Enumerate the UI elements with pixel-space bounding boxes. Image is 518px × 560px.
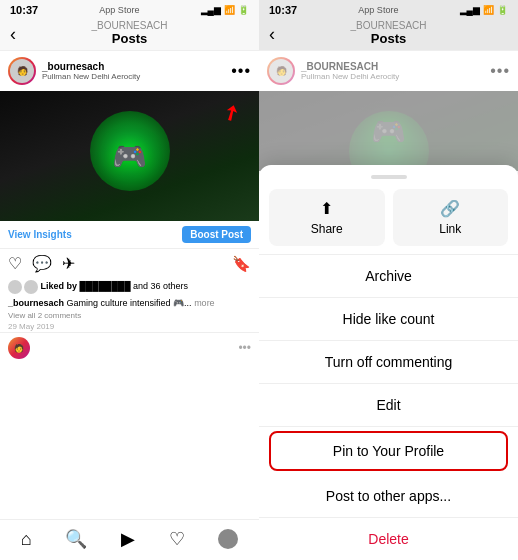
post-to-other-apps-menu-item[interactable]: Post to other apps...	[259, 475, 518, 517]
wifi-icon-r: 📶	[483, 5, 494, 15]
hide-like-count-menu-item[interactable]: Hide like count	[259, 298, 518, 340]
view-comments[interactable]: View all 2 comments	[0, 310, 259, 321]
caption-text: Gaming culture intensified 🎮...	[67, 298, 192, 308]
battery-icon: 🔋	[238, 5, 249, 15]
post-date: 29 May 2019	[0, 321, 259, 332]
bottom-nav: ⌂ 🔍 ▶ ♡	[0, 519, 259, 560]
page-header-left: ‹ _BOURNESACH Posts	[0, 18, 259, 51]
likes-others: and 36 others	[133, 281, 188, 291]
likes-row: Liked by ████████ and 36 others	[0, 278, 259, 296]
liked-by-name: ████████	[80, 281, 134, 291]
comment-avatar: 🧑	[8, 337, 30, 359]
mini-avatar-1	[8, 280, 22, 294]
sheet-handle	[371, 175, 407, 179]
post-image-r: 🎮	[259, 91, 518, 171]
caption-username: _bournesach	[8, 298, 64, 308]
post-user-info-r: _BOURNESACH Pullman New Delhi Aerocity	[301, 61, 399, 81]
action-row: ♡ 💬 ✈ 🔖	[0, 249, 259, 278]
signal-icon: ▂▄▆	[201, 5, 221, 15]
boost-post-button[interactable]: Boost Post	[182, 226, 251, 243]
post-user-left: 🧑 _bournesach Pullman New Delhi Aerocity	[8, 57, 140, 85]
avatar-inner-r: 🧑	[269, 59, 293, 83]
view-insights-link[interactable]: View Insights	[8, 229, 72, 240]
mini-avatar-2	[24, 280, 38, 294]
like-button[interactable]: ♡	[8, 254, 22, 273]
avatar-inner: 🧑	[10, 59, 34, 83]
avatar-r: 🧑	[267, 57, 295, 85]
wifi-icon: 📶	[224, 5, 235, 15]
more-options-r: •••	[490, 62, 510, 80]
divider-5	[259, 426, 518, 427]
arrow-indicator: ➚	[217, 98, 244, 127]
left-panel: 10:37 App Store ▂▄▆ 📶 🔋 ‹ _BOURNESACH Po…	[0, 0, 259, 560]
bottom-sheet: ⬆ Share 🔗 Link Archive Hide like count T…	[259, 165, 518, 560]
post-username: _bournesach	[42, 61, 140, 72]
status-bar-right: 10:37 App Store ▂▄▆ 📶 🔋	[259, 0, 518, 18]
more-options-button[interactable]: •••	[231, 62, 251, 80]
nav-heart-icon[interactable]: ♡	[169, 528, 185, 550]
comment-input-row: 🧑 •••	[0, 332, 259, 363]
caption-row: _bournesach Gaming culture intensified 🎮…	[0, 296, 259, 310]
edit-menu-item[interactable]: Edit	[259, 384, 518, 426]
signal-icon-r: ▂▄▆	[460, 5, 480, 15]
post-user-left-r: 🧑 _BOURNESACH Pullman New Delhi Aerocity	[267, 57, 399, 85]
post-location-r: Pullman New Delhi Aerocity	[301, 72, 399, 81]
nav-search-icon[interactable]: 🔍	[65, 528, 87, 550]
link-icon: 🔗	[440, 199, 460, 218]
insights-row: View Insights Boost Post	[0, 221, 259, 249]
bookmark-button[interactable]: 🔖	[232, 255, 251, 273]
back-button-right[interactable]: ‹	[269, 24, 275, 45]
post-username-r: _BOURNESACH	[301, 61, 399, 72]
post-location: Pullman New Delhi Aerocity	[42, 72, 140, 81]
more-label[interactable]: more	[194, 298, 215, 308]
link-label: Link	[439, 222, 461, 236]
avatar[interactable]: 🧑	[8, 57, 36, 85]
share-icon: ⬆	[320, 199, 333, 218]
page-header-right: ‹ _BOURNESACH Posts	[259, 18, 518, 51]
header-title-left: Posts	[112, 31, 147, 46]
status-icons-left: ▂▄▆ 📶 🔋	[201, 5, 249, 15]
pin-to-profile-menu-item[interactable]: Pin to Your Profile	[269, 431, 508, 471]
action-icons: ♡ 💬 ✈	[8, 254, 75, 273]
share-label: Share	[311, 222, 343, 236]
right-panel: 10:37 App Store ▂▄▆ 📶 🔋 ‹ _BOURNESACH Po…	[259, 0, 518, 560]
battery-icon-r: 🔋	[497, 5, 508, 15]
header-username-right: _BOURNESACH	[350, 20, 426, 31]
likes-text: Liked by	[41, 281, 78, 291]
comment-button[interactable]: 💬	[32, 254, 52, 273]
share-link-row: ⬆ Share 🔗 Link	[259, 189, 518, 246]
post-user-info: _bournesach Pullman New Delhi Aerocity	[42, 61, 140, 81]
post-image: 🎮 ➚	[0, 91, 259, 221]
archive-menu-item[interactable]: Archive	[259, 255, 518, 297]
store-label-right: App Store	[358, 5, 398, 15]
share-button[interactable]: ✈	[62, 254, 75, 273]
status-icons-right: ▂▄▆ 📶 🔋	[460, 5, 508, 15]
store-label-left: App Store	[99, 5, 139, 15]
nav-home-icon[interactable]: ⌂	[21, 529, 32, 550]
back-button-left[interactable]: ‹	[10, 24, 16, 45]
status-bar-left: 10:37 App Store ▂▄▆ 📶 🔋	[0, 0, 259, 18]
gamepad-icon: 🎮	[112, 140, 147, 173]
share-button-sheet[interactable]: ⬆ Share	[269, 189, 385, 246]
turn-off-commenting-menu-item[interactable]: Turn off commenting	[259, 341, 518, 383]
nav-reels-icon[interactable]: ▶	[121, 528, 135, 550]
time-left: 10:37	[10, 4, 38, 16]
post-header: 🧑 _bournesach Pullman New Delhi Aerocity…	[0, 51, 259, 91]
delete-menu-item[interactable]: Delete	[259, 518, 518, 560]
nav-profile-avatar[interactable]	[218, 529, 238, 549]
header-username-left: _BOURNESACH	[91, 20, 167, 31]
link-button-sheet[interactable]: 🔗 Link	[393, 189, 509, 246]
liked-avatars	[8, 280, 38, 294]
time-right: 10:37	[269, 4, 297, 16]
header-title-right: Posts	[371, 31, 406, 46]
comment-more-options[interactable]: •••	[238, 341, 251, 355]
post-header-dimmed: 🧑 _BOURNESACH Pullman New Delhi Aerocity…	[259, 51, 518, 91]
gamepad-icon-r: 🎮	[371, 115, 406, 148]
